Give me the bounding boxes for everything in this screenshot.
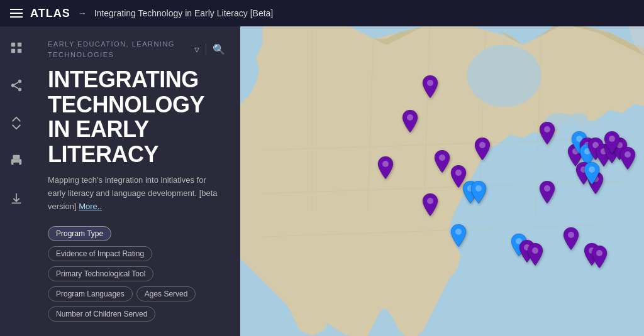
filter-row-4: Program Languages Ages Served (48, 286, 225, 301)
svg-point-30 (407, 114, 413, 121)
svg-rect-1 (18, 43, 21, 46)
collapse-icon-button[interactable] (5, 112, 28, 134)
svg-rect-9 (13, 155, 20, 159)
filter-chip-ages[interactable]: Ages Served (136, 286, 196, 301)
svg-point-51 (544, 185, 550, 192)
svg-point-57 (596, 250, 602, 256)
svg-point-36 (455, 170, 462, 176)
map-pin[interactable] (450, 165, 467, 190)
filter-chip-children-count[interactable]: Number of Children Served (48, 306, 155, 322)
sidebar-icons (0, 26, 33, 336)
map-pin[interactable] (591, 246, 608, 271)
left-panel: EARLY EDUCATION, LEARNING TECHNOLOGIES ▿… (33, 26, 240, 336)
map-pin[interactable] (603, 131, 621, 156)
navbar: ATLAS → Integrating Technology in Early … (0, 0, 644, 26)
svg-rect-0 (11, 43, 15, 46)
svg-point-4 (18, 80, 22, 83)
divider (206, 44, 206, 55)
panel-title: INTEGRATING TECHNOLOGY IN EARLY LITERACY (48, 67, 225, 166)
svg-point-58 (609, 136, 615, 142)
map-pin[interactable] (470, 181, 487, 206)
svg-rect-3 (18, 49, 21, 53)
filter-row-3: Primary Technological Tool (48, 266, 225, 281)
panel-more-link[interactable]: More.. (79, 202, 102, 211)
pins-container (240, 26, 644, 336)
svg-rect-11 (13, 163, 19, 166)
svg-line-8 (14, 82, 18, 85)
panel-desc-text: Mapping tech's integration into initiati… (48, 175, 218, 211)
map-pin[interactable] (433, 150, 451, 175)
svg-point-29 (427, 80, 433, 86)
svg-rect-12 (13, 161, 15, 163)
map-pin[interactable] (450, 224, 467, 249)
download-icon-button[interactable] (5, 187, 28, 210)
svg-point-37 (427, 198, 433, 204)
svg-point-6 (18, 88, 22, 92)
panel-description: Mapping tech's integration into initiati… (48, 174, 225, 213)
panel-subtitle: EARLY EDUCATION, LEARNING TECHNOLOGIES (48, 39, 194, 60)
filter-row-5: Number of Children Served (48, 306, 225, 322)
svg-point-38 (455, 229, 462, 235)
map-pin[interactable] (583, 162, 601, 187)
navbar-arrow: → (78, 8, 87, 18)
svg-point-5 (11, 84, 15, 87)
filter-section: Program Type Evidence of Impact Rating P… (48, 226, 225, 322)
panel-filter-icons: ▿ 🔍 (194, 43, 225, 55)
map-pin[interactable] (474, 138, 491, 163)
filter-icon[interactable]: ▿ (194, 43, 199, 55)
map-pin[interactable] (619, 147, 636, 172)
filter-row-2: Evidence of Impact Rating (48, 246, 225, 261)
map-pin[interactable] (538, 122, 556, 147)
navbar-title: Integrating Technology in Early Literacy… (94, 8, 274, 18)
filter-row-1: Program Type (48, 226, 225, 241)
map-pin[interactable] (526, 243, 544, 268)
map-pin[interactable] (538, 181, 556, 206)
search-icon[interactable]: 🔍 (213, 43, 225, 55)
grid-icon-button[interactable] (5, 36, 28, 59)
svg-point-31 (382, 161, 389, 167)
main-content: EARLY EDUCATION, LEARNING TECHNOLOGIES ▿… (0, 26, 644, 336)
svg-point-39 (544, 126, 550, 133)
svg-rect-2 (11, 49, 15, 53)
filter-chip-evidence-rating[interactable]: Evidence of Impact Rating (48, 246, 152, 261)
filter-chip-tech-tool[interactable]: Primary Technological Tool (48, 266, 153, 281)
map-pin[interactable] (401, 110, 419, 135)
map-pin[interactable] (421, 75, 439, 100)
brand-logo: ATLAS (30, 7, 70, 20)
filter-chip-languages[interactable]: Program Languages (48, 286, 133, 301)
hamburger-menu[interactable] (10, 9, 23, 18)
map-area[interactable] (240, 26, 644, 336)
map-pin[interactable] (562, 227, 580, 252)
svg-point-35 (475, 185, 482, 192)
svg-point-33 (479, 142, 486, 148)
panel-header: EARLY EDUCATION, LEARNING TECHNOLOGIES ▿… (48, 39, 225, 60)
svg-point-55 (568, 232, 574, 238)
map-pin[interactable] (421, 193, 439, 219)
svg-point-32 (439, 154, 445, 161)
svg-point-50 (589, 166, 595, 173)
svg-point-59 (625, 151, 631, 158)
svg-point-54 (532, 247, 538, 254)
print-icon-button[interactable] (5, 149, 28, 172)
share-icon-button[interactable] (5, 74, 28, 97)
svg-line-7 (14, 86, 18, 89)
map-pin[interactable] (377, 156, 394, 182)
filter-chip-program-type[interactable]: Program Type (48, 226, 111, 241)
